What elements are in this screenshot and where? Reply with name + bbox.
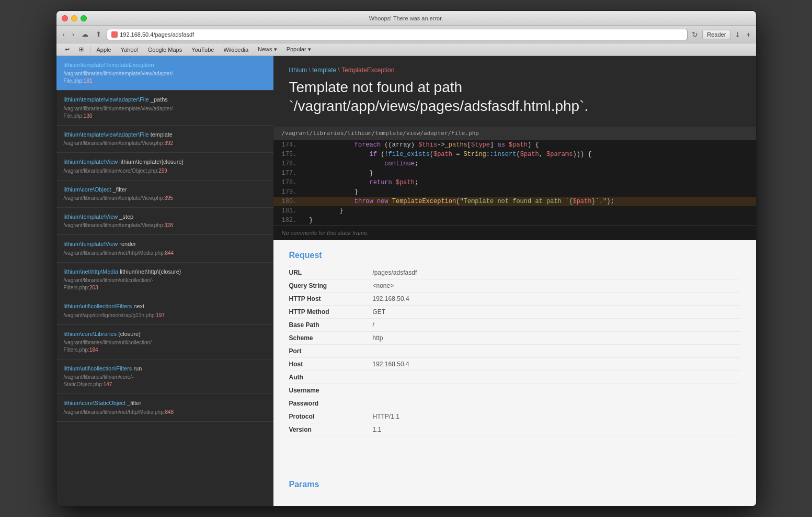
request-value-auth [373,370,740,384]
request-key-port: Port [289,344,373,357]
stack-namespace-11: lithium\core\StaticObject _filter [64,399,266,407]
line-num-176: 176. [273,159,305,168]
new-tab-button[interactable]: + [745,29,751,40]
downloads-button[interactable]: ⤓ [734,29,742,40]
line-content-177: } [305,168,756,178]
stack-line-8: 197 [156,312,165,318]
params-section: Params [273,480,756,506]
stack-item-4[interactable]: lithium\core\Object _filter /vagrant/lib… [56,181,273,208]
close-button[interactable] [62,15,68,21]
code-viewer: /vagrant/libraries/lithium/template/view… [273,127,756,240]
request-key-url: URL [289,266,373,279]
request-row-host: Host 192.168.50.4 [289,357,740,370]
stack-item-2[interactable]: lithium\template\view\adapter\File templ… [56,126,273,153]
minimize-button[interactable] [71,15,77,21]
stack-line-0: 181 [84,78,93,84]
stack-item-3[interactable]: lithium\template\View lithium\template\{… [56,153,273,180]
line-num-177: 177. [273,168,305,178]
share-button[interactable]: ⬆ [94,29,104,39]
url-text: 192.168.50.4/pages/adsfasdf [120,31,683,38]
request-value-version: 1.1 [373,423,740,436]
bookmark-youtube[interactable]: YouTube [187,46,218,54]
line-num-178: 178. [273,178,305,187]
stack-file-8: /vagrant/app/config/bootstrap/g11n.php:1… [64,312,266,319]
bookmark-wikipedia[interactable]: Wikipedia [219,46,253,54]
stack-item-5[interactable]: lithium\template\View _step /vagrant/lib… [56,208,273,235]
line-num-180: 180. [273,197,305,206]
stack-line-5: 328 [164,222,173,228]
request-title: Request [289,251,740,260]
stack-item-10[interactable]: lithium\util\collection\Filters run /vag… [56,359,273,394]
breadcrumb-exception: TemplateException [341,66,394,74]
request-key-auth: Auth [289,370,373,384]
request-value-username [373,384,740,397]
line-content-178: return $path; [305,178,756,187]
stack-file-1: /vagrant/libraries/lithium/template/view… [64,105,266,120]
request-row-username: Username [289,384,740,397]
code-line-174: 174. foreach ((array) $this->_paths[$typ… [273,140,756,150]
stack-item-6[interactable]: lithium\template\View render /vagrant/li… [56,235,273,262]
url-bar[interactable]: 192.168.50.4/pages/adsfasdf [107,29,688,40]
request-value-scheme: http [373,331,740,344]
bookmark-apple[interactable]: Apple [93,46,116,54]
stack-item-8[interactable]: lithium\util\collection\Filters next /va… [56,297,273,324]
request-table: URL /pages/adsfasdf Query String <none> … [289,266,740,436]
code-table: 174. foreach ((array) $this->_paths[$typ… [273,140,756,225]
code-line-179: 179. } [273,187,756,197]
bookmark-back-icon[interactable]: ↩ [61,45,74,54]
request-key-host: Host [289,357,373,370]
bookmark-popular[interactable]: Popular ▾ [282,45,315,54]
stack-namespace-7: lithium\net\http\Media lithium\net\http\… [64,268,266,276]
back-button[interactable]: ‹ [61,29,67,39]
code-line-181: 181. } [273,206,756,216]
line-content-180: throw new TemplateException("Template no… [305,197,756,206]
request-key-base-path: Base Path [289,318,373,331]
stack-item-1[interactable]: lithium\template\view\adapter\File _path… [56,91,273,125]
request-key-username: Username [289,384,373,397]
maximize-button[interactable] [81,15,87,21]
stack-file-6: /vagrant/libraries/lithium/net/http/Medi… [64,250,266,257]
bookmark-grid-icon[interactable]: ⊞ [75,45,88,54]
request-row-version: Version 1.1 [289,423,740,436]
code-line-178: 178. return $path; [273,178,756,187]
request-value-host: 192.168.50.4 [373,357,740,370]
stack-namespace-4: lithium\core\Object _filter [64,186,266,194]
line-content-176: continue; [305,159,756,168]
request-key-password: Password [289,397,373,410]
request-value-port [373,344,740,357]
stack-item-9[interactable]: lithium\core\Libraries {closure} /vagran… [56,325,273,359]
browser-window: Whoops! There was an error. ‹ › ☁ ⬆ 192.… [56,10,757,507]
request-section: Request URL /pages/adsfasdf Query String… [273,240,756,480]
reload-button[interactable]: ↻ [691,29,699,40]
request-key-version: Version [289,423,373,436]
stack-namespace-3: lithium\template\View lithium\template\{… [64,158,266,166]
content-area: lithium\template\TemplateException /vagr… [56,56,756,506]
request-value-query: <none> [373,279,740,292]
stack-file-9: /vagrant/libraries/lithium/util/collecti… [64,339,266,354]
stack-line-10: 147 [104,381,112,387]
line-num-174: 174. [273,140,305,150]
stack-line-4: 395 [164,195,173,201]
stack-line-2: 392 [164,140,173,146]
stack-file-0: /vagrant/libraries/lithium/template/view… [64,70,266,85]
request-row-protocol: Protocol HTTP/1.1 [289,410,740,423]
reader-button[interactable]: Reader [702,30,730,39]
bookmark-google-maps[interactable]: Google Maps [144,46,186,54]
icloud-button[interactable]: ☁ [79,29,90,39]
request-key-http-method: HTTP Method [289,305,373,318]
error-message: Template not found at path `/vagrant/app… [289,78,740,116]
stack-file-5: /vagrant/libraries/lithium/template/View… [64,222,266,229]
stack-line-1: 130 [84,113,93,119]
line-num-182: 182. [273,216,305,225]
forward-button[interactable]: › [70,29,76,39]
stack-item-11[interactable]: lithium\core\StaticObject _filter /vagra… [56,394,273,421]
request-row-password: Password [289,397,740,410]
stack-line-6: 844 [165,250,174,256]
bookmark-yahoo[interactable]: Yahoo! [117,46,143,54]
bookmark-news[interactable]: News ▾ [254,45,281,54]
request-row-port: Port [289,344,740,357]
stack-item-7[interactable]: lithium\net\http\Media lithium\net\http\… [56,263,273,297]
code-line-180: 180. throw new TemplateException("Templa… [273,197,756,206]
request-row-url: URL /pages/adsfasdf [289,266,740,279]
stack-item-0[interactable]: lithium\template\TemplateException /vagr… [56,56,273,91]
